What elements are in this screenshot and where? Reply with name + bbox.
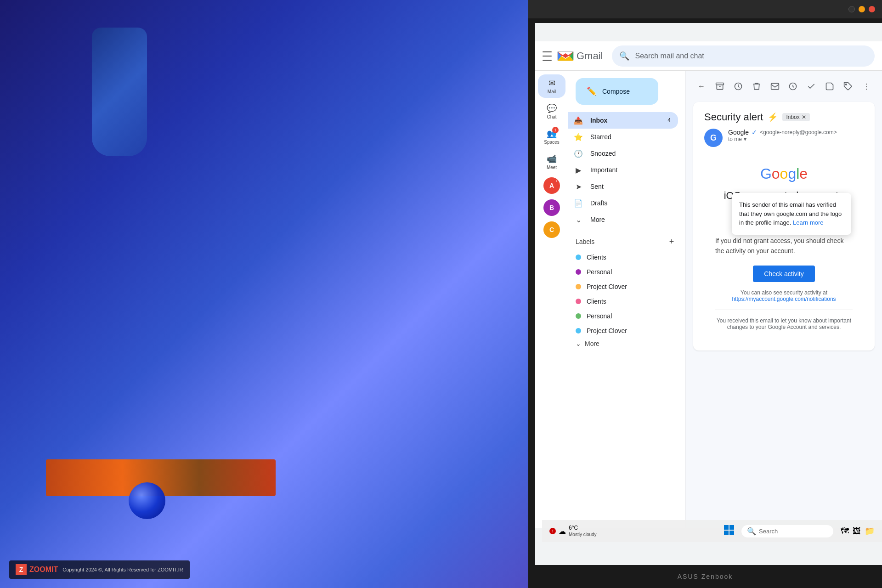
nav-chat-label: Chat — [547, 114, 556, 119]
mark-unread-button[interactable] — [767, 78, 783, 95]
inbox-icon: 📥 — [574, 116, 583, 125]
close-button[interactable] — [869, 6, 875, 12]
label-personal-1[interactable]: Personal — [576, 265, 678, 279]
left-sidebar: ✏️ Compose 📥 Inbox 4 ⭐ Starred 🕐 Sn — [568, 71, 686, 528]
drafts-label: Drafts — [590, 199, 671, 207]
label-project-clover-2[interactable]: Project Clover — [576, 323, 678, 338]
archive-button[interactable] — [712, 78, 728, 95]
gmail-title: Gmail — [577, 50, 603, 62]
taskbar-search[interactable]: 🔍 Search — [741, 525, 833, 537]
snooze-button[interactable] — [730, 78, 746, 95]
svg-rect-8 — [724, 531, 729, 535]
weather-widget[interactable]: ! ☁ 6°C Mostly cloudy — [546, 523, 600, 539]
google-logo: Google — [715, 165, 853, 182]
footer-link[interactable]: https://myaccount.google.com/notificatio… — [732, 296, 836, 302]
svg-rect-1 — [716, 83, 724, 85]
label-dot-clients-1 — [576, 254, 581, 260]
sidebar-drafts[interactable]: 📄 Drafts — [568, 195, 678, 211]
spaces-badge: 1 — [552, 127, 559, 133]
sent-label: Sent — [590, 183, 671, 190]
inbox-badge-label: Inbox — [786, 114, 799, 120]
zoomit-copyright: Copyright 2024 ©, All Rights Reserved fo… — [62, 567, 183, 572]
email-body-text: If you did not grant access, you should … — [715, 236, 853, 256]
search-bar[interactable]: 🔍 Search mail and chat — [612, 45, 875, 67]
nav-meet-label: Meet — [547, 165, 557, 170]
mark-done-button[interactable] — [803, 78, 820, 95]
taskbar-files-icon[interactable]: 📁 — [865, 526, 875, 536]
delete-button[interactable] — [748, 78, 765, 95]
taskbar-map-icon[interactable]: 🗺 — [841, 526, 849, 536]
label-project-clover-1[interactable]: Project Clover — [576, 279, 678, 294]
more-labels-button[interactable]: ⌄ More — [576, 338, 678, 349]
inbox-badge: Inbox ✕ — [782, 113, 809, 121]
learn-more-link[interactable]: Learn more — [793, 219, 823, 226]
sender-name: Google — [728, 129, 749, 136]
important-label: Important — [590, 166, 671, 174]
to-me[interactable]: to me ▾ — [728, 136, 864, 142]
laptop-bottom: ASUS Zenbook — [528, 565, 882, 588]
windows-start-button[interactable] — [720, 523, 738, 539]
gmail-logo-icon — [557, 50, 574, 62]
sidebar-more[interactable]: ⌄ More — [568, 211, 678, 228]
sidebar-important[interactable]: ▶ Important — [568, 162, 678, 178]
back-button[interactable]: ← — [693, 78, 710, 95]
taskbar-search-placeholder: Search — [759, 528, 778, 535]
label-personal-2[interactable]: Personal — [576, 309, 678, 323]
decorative-vase — [92, 28, 147, 156]
label-dot-project-2 — [576, 328, 581, 334]
sidebar-sent[interactable]: ➤ Sent — [568, 178, 678, 195]
check-activity-button[interactable]: Check activity — [753, 266, 814, 282]
starred-label: Starred — [590, 133, 671, 141]
chevron-down-icon: ⌄ — [576, 340, 581, 347]
sender-row: G Google ✓ <google-noreply@google.com> t… — [704, 129, 864, 147]
label-dot-personal-1 — [576, 269, 581, 275]
nav-rail: ✉ Mail 💬 Chat 👥 1 Spaces — [535, 71, 568, 528]
label-clients-1[interactable]: Clients — [576, 250, 678, 265]
weather-info: 6°C Mostly cloudy — [569, 525, 597, 537]
label-name-personal-1: Personal — [587, 268, 612, 276]
zoomit-watermark: Z ZOOMIT Copyright 2024 ©, All Rights Re… — [9, 560, 190, 579]
minimize-button[interactable] — [859, 6, 865, 12]
nav-meet[interactable]: 📹 Meet — [538, 150, 565, 174]
svg-rect-9 — [729, 531, 734, 535]
add-label-button[interactable]: + — [665, 235, 678, 248]
email-toolbar: ← — [693, 74, 875, 98]
compose-button[interactable]: ✏️ Compose — [576, 78, 658, 105]
tooltip-text: This sender of this email has verified t… — [739, 201, 842, 226]
inbox-badge-close[interactable]: ✕ — [802, 114, 806, 120]
avatar-1[interactable]: A ! — [543, 177, 560, 194]
sidebar-inbox[interactable]: 📥 Inbox 4 — [568, 112, 678, 129]
email-subject: Security alert — [704, 111, 763, 123]
nav-chat[interactable]: 💬 Chat — [538, 100, 565, 123]
avatar-2[interactable]: B — [543, 199, 560, 216]
add-to-button[interactable] — [821, 78, 838, 95]
sidebar-snoozed[interactable]: 🕐 Snoozed — [568, 145, 678, 162]
label-clients-2[interactable]: Clients — [576, 294, 678, 309]
email-subject-row: Security alert ⚡ Inbox ✕ — [704, 111, 864, 123]
laptop-frame: Gmail 🔍 Search mail and chat ✉ Mail 💬 — [528, 0, 882, 588]
laptop-screen: Gmail 🔍 Search mail and chat ✉ Mail 💬 — [535, 23, 882, 565]
fullscreen-button[interactable] — [848, 6, 855, 12]
label-name-project-2: Project Clover — [587, 327, 627, 334]
label-button[interactable] — [840, 78, 856, 95]
zoomit-z-icon: Z — [16, 564, 27, 575]
sidebar-starred[interactable]: ⭐ Starred — [568, 129, 678, 145]
email-meta-footer: You received this email to let you know … — [715, 310, 853, 330]
weather-icon: ☁ — [559, 527, 566, 536]
nav-spaces[interactable]: 👥 1 Spaces — [538, 125, 565, 148]
snoozed-icon: 🕐 — [574, 149, 583, 158]
menu-button[interactable] — [543, 51, 552, 61]
more-options-button[interactable]: ⋮ — [858, 78, 875, 95]
more-label: More — [590, 216, 671, 223]
nav-mail[interactable]: ✉ Mail — [538, 74, 565, 98]
taskbar-icons: 🗺 🖼 📁 — [837, 526, 878, 536]
taskbar-photos-icon[interactable]: 🖼 — [853, 526, 861, 536]
svg-rect-6 — [724, 525, 729, 530]
sender-avatar: G — [704, 129, 723, 147]
avatar-3[interactable]: C — [543, 221, 560, 238]
titlebar — [528, 0, 882, 18]
clock-button[interactable] — [785, 78, 802, 95]
gmail-header: Gmail 🔍 Search mail and chat — [535, 41, 882, 71]
labels-section: Labels + Clients Personal — [568, 232, 685, 349]
snoozed-label: Snoozed — [590, 150, 671, 157]
